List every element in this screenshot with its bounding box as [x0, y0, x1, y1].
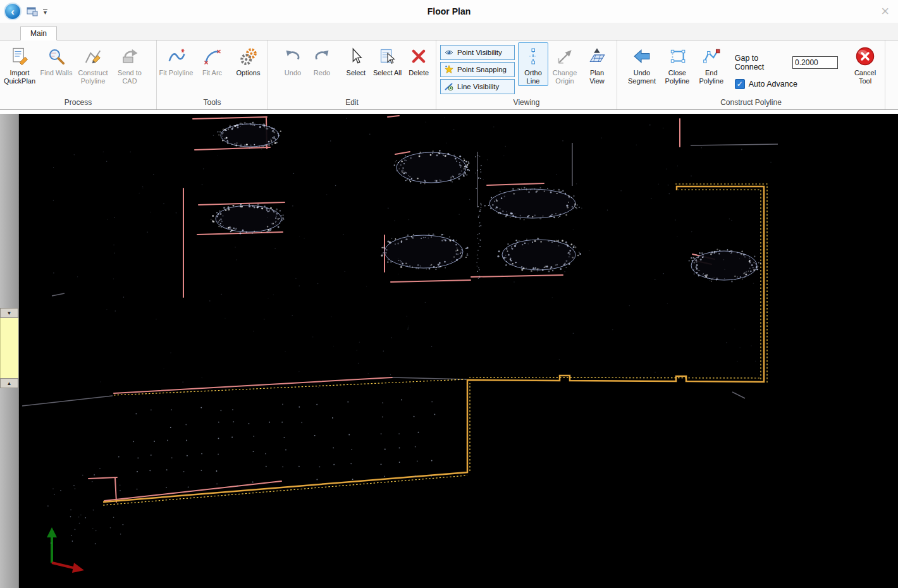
scroll-up-button[interactable]: ▲ [0, 378, 18, 388]
undo-segment-button[interactable]: Undo Segment [624, 42, 660, 86]
group-viewing: Point Visibility Point Snapping Line Vis… [436, 40, 617, 109]
redo-button[interactable]: Redo [307, 42, 336, 78]
titlebar: ‹ ▾ Floor Plan × [0, 0, 898, 23]
auto-advance-checkbox[interactable]: ✓ [735, 79, 745, 89]
point-cloud-svg [19, 114, 898, 588]
scrollbar-track-bottom[interactable] [0, 388, 18, 588]
scroll-down-button[interactable]: ▼ [0, 308, 18, 318]
fit-polyline-icon [166, 46, 187, 66]
gap-to-connect-label: Gap to Connect [735, 54, 790, 71]
delete-button[interactable]: Delete [403, 42, 434, 78]
group-process: Import QuickPlan Find Walls Construct Po… [0, 40, 157, 109]
ortho-line-button[interactable]: Ortho Line [518, 42, 548, 86]
ortho-line-icon [523, 46, 543, 66]
end-polyline-button[interactable]: End Polyline [694, 42, 729, 86]
app-icon [27, 6, 38, 16]
point-snapping-toggle[interactable]: Point Snapping [440, 62, 515, 77]
scrollbar-thumb[interactable] [0, 318, 18, 378]
point-snapping-icon [443, 64, 454, 75]
line-visibility-icon [443, 82, 454, 92]
fit-polyline-button[interactable]: Fit Polyline [158, 42, 194, 78]
close-polyline-icon [667, 46, 687, 66]
plan-view-icon [587, 46, 607, 66]
visibility-toggle-stack: Point Visibility Point Snapping Line Vis… [438, 42, 517, 94]
change-origin-icon [555, 46, 575, 66]
import-quickplan-icon [9, 46, 30, 66]
cancel-tool-button[interactable]: Cancel Tool [847, 42, 883, 86]
tab-main[interactable]: Main [20, 26, 57, 40]
window-title: Floor Plan [427, 6, 471, 16]
fit-arc-button[interactable]: Fit Arc [194, 42, 230, 78]
point-visibility-icon [443, 47, 454, 58]
undo-icon [283, 46, 303, 66]
close-polyline-button[interactable]: Close Polyline [660, 42, 694, 86]
auto-advance-label: Auto Advance [749, 80, 797, 89]
group-construct-polyline: Undo Segment Close Polyline End Polyline [617, 40, 885, 109]
close-icon[interactable]: × [881, 4, 889, 18]
select-button[interactable]: Select [340, 42, 372, 78]
group-label-tools: Tools [157, 97, 268, 109]
redo-icon [312, 46, 332, 66]
cancel-tool-icon [855, 46, 875, 66]
left-scrollbar: ▼ ▲ [0, 114, 19, 588]
ribbon-tabs: Main [0, 23, 898, 40]
find-walls-button[interactable]: Find Walls [38, 42, 75, 78]
group-label-viewing: Viewing [436, 97, 617, 109]
app-window: ‹ ▾ Floor Plan × Main Import QuickPlan [0, 0, 898, 588]
plan-view-button[interactable]: Plan View [581, 42, 613, 86]
point-visibility-toggle[interactable]: Point Visibility [440, 45, 515, 60]
options-button[interactable]: Options [230, 42, 266, 78]
ribbon: Import QuickPlan Find Walls Construct Po… [0, 40, 898, 110]
send-to-cad-button[interactable]: Send to CAD [111, 42, 148, 86]
undo-segment-icon [632, 46, 652, 66]
change-origin-button[interactable]: Change Origin [548, 42, 581, 86]
fit-arc-icon [202, 46, 223, 66]
undo-button[interactable]: Undo [278, 42, 307, 78]
back-button[interactable]: ‹ [4, 3, 22, 20]
group-label-construct-polyline: Construct Polyline [617, 97, 885, 109]
select-icon [346, 46, 366, 66]
find-walls-icon [46, 46, 66, 66]
send-to-cad-icon [120, 46, 140, 66]
floorplan-canvas[interactable] [19, 114, 898, 588]
gap-to-connect-input[interactable] [792, 56, 838, 69]
group-label-process: Process [0, 97, 156, 109]
select-all-icon [378, 46, 398, 66]
group-tools: Fit Polyline Fit Arc Options Tools [157, 40, 268, 109]
end-polyline-icon [701, 46, 722, 66]
scrollbar-track-top[interactable] [0, 114, 18, 308]
quick-access-menu-icon[interactable]: ▾ [43, 9, 47, 14]
construct-polyline-button[interactable]: Construct Polyline [75, 42, 111, 86]
group-label-edit: Edit [268, 97, 436, 109]
options-icon [238, 46, 259, 66]
select-all-button[interactable]: Select All [372, 42, 403, 78]
delete-icon [409, 46, 429, 66]
construct-options: Gap to Connect ✓ Auto Advance [729, 42, 842, 89]
line-visibility-toggle[interactable]: Line Visibility [440, 79, 515, 94]
construct-polyline-icon [83, 46, 103, 66]
import-quickplan-button[interactable]: Import QuickPlan [1, 42, 38, 86]
group-edit: Undo Redo Select [268, 40, 436, 109]
